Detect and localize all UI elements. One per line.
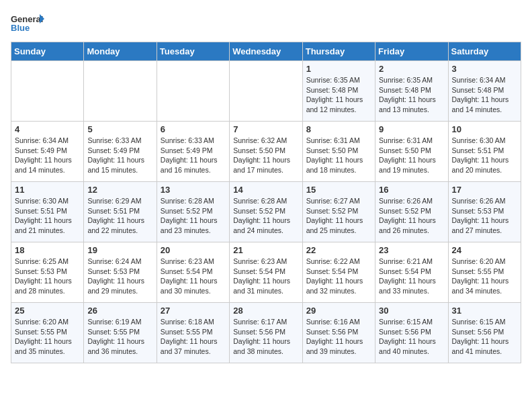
day-number: 17 <box>452 185 517 195</box>
logo-svg: General Blue <box>11 11 44 38</box>
calendar-cell: 24Sunrise: 6:20 AM Sunset: 5:55 PM Dayli… <box>448 242 521 303</box>
day-info: Sunrise: 6:27 AM Sunset: 5:52 PM Dayligh… <box>306 196 371 236</box>
calendar-week-3: 11Sunrise: 6:30 AM Sunset: 5:51 PM Dayli… <box>11 182 521 242</box>
day-info: Sunrise: 6:28 AM Sunset: 5:52 PM Dayligh… <box>233 196 298 236</box>
day-number: 26 <box>87 306 152 316</box>
day-info: Sunrise: 6:25 AM Sunset: 5:53 PM Dayligh… <box>15 257 80 296</box>
calendar-cell: 12Sunrise: 6:29 AM Sunset: 5:51 PM Dayli… <box>84 182 157 242</box>
calendar-header: SundayMondayTuesdayWednesdayThursdayFrid… <box>11 42 521 61</box>
calendar-cell: 13Sunrise: 6:28 AM Sunset: 5:52 PM Dayli… <box>157 182 229 242</box>
calendar-cell: 29Sunrise: 6:16 AM Sunset: 5:56 PM Dayli… <box>302 303 375 363</box>
calendar-cell: 9Sunrise: 6:31 AM Sunset: 5:50 PM Daylig… <box>375 122 448 182</box>
day-info: Sunrise: 6:34 AM Sunset: 5:48 PM Dayligh… <box>452 75 517 115</box>
day-number: 12 <box>87 185 152 195</box>
day-number: 22 <box>306 245 371 255</box>
day-info: Sunrise: 6:34 AM Sunset: 5:49 PM Dayligh… <box>15 136 80 175</box>
day-number: 13 <box>161 185 226 195</box>
day-number: 9 <box>379 124 444 134</box>
day-info: Sunrise: 6:32 AM Sunset: 5:50 PM Dayligh… <box>233 136 298 175</box>
calendar-week-4: 18Sunrise: 6:25 AM Sunset: 5:53 PM Dayli… <box>11 242 521 303</box>
calendar-cell: 11Sunrise: 6:30 AM Sunset: 5:51 PM Dayli… <box>11 182 84 242</box>
calendar-week-1: 1Sunrise: 6:35 AM Sunset: 5:48 PM Daylig… <box>11 61 521 122</box>
calendar-cell: 23Sunrise: 6:21 AM Sunset: 5:54 PM Dayli… <box>375 242 448 303</box>
calendar-cell <box>84 61 157 122</box>
header-row: SundayMondayTuesdayWednesdayThursdayFrid… <box>11 42 521 61</box>
calendar-cell: 15Sunrise: 6:27 AM Sunset: 5:52 PM Dayli… <box>302 182 375 242</box>
calendar-cell: 22Sunrise: 6:22 AM Sunset: 5:54 PM Dayli… <box>302 242 375 303</box>
day-info: Sunrise: 6:23 AM Sunset: 5:54 PM Dayligh… <box>233 257 298 296</box>
day-number: 25 <box>15 306 80 316</box>
day-number: 20 <box>161 245 226 255</box>
day-info: Sunrise: 6:29 AM Sunset: 5:51 PM Dayligh… <box>87 196 152 236</box>
day-info: Sunrise: 6:18 AM Sunset: 5:55 PM Dayligh… <box>161 317 226 357</box>
calendar-cell: 26Sunrise: 6:19 AM Sunset: 5:55 PM Dayli… <box>84 303 157 363</box>
calendar-cell: 2Sunrise: 6:35 AM Sunset: 5:48 PM Daylig… <box>375 61 448 122</box>
day-info: Sunrise: 6:24 AM Sunset: 5:53 PM Dayligh… <box>87 257 152 296</box>
calendar-cell <box>157 61 229 122</box>
header-day-friday: Friday <box>375 42 448 61</box>
calendar-cell: 20Sunrise: 6:23 AM Sunset: 5:54 PM Dayli… <box>157 242 229 303</box>
calendar-cell: 31Sunrise: 6:15 AM Sunset: 5:56 PM Dayli… <box>448 303 521 363</box>
header: General Blue <box>11 11 521 38</box>
day-number: 31 <box>452 306 517 316</box>
header-day-wednesday: Wednesday <box>230 42 302 61</box>
calendar-cell: 6Sunrise: 6:33 AM Sunset: 5:49 PM Daylig… <box>157 122 229 182</box>
calendar-cell: 28Sunrise: 6:17 AM Sunset: 5:56 PM Dayli… <box>230 303 302 363</box>
calendar-week-5: 25Sunrise: 6:20 AM Sunset: 5:55 PM Dayli… <box>11 303 521 363</box>
calendar-cell: 4Sunrise: 6:34 AM Sunset: 5:49 PM Daylig… <box>11 122 84 182</box>
calendar-cell: 27Sunrise: 6:18 AM Sunset: 5:55 PM Dayli… <box>157 303 229 363</box>
day-number: 1 <box>306 64 371 74</box>
day-number: 4 <box>15 124 80 134</box>
day-info: Sunrise: 6:23 AM Sunset: 5:54 PM Dayligh… <box>161 257 226 296</box>
calendar-cell: 18Sunrise: 6:25 AM Sunset: 5:53 PM Dayli… <box>11 242 84 303</box>
header-day-monday: Monday <box>84 42 157 61</box>
day-info: Sunrise: 6:26 AM Sunset: 5:52 PM Dayligh… <box>379 196 444 236</box>
calendar-body: 1Sunrise: 6:35 AM Sunset: 5:48 PM Daylig… <box>11 61 521 363</box>
day-info: Sunrise: 6:28 AM Sunset: 5:52 PM Dayligh… <box>161 196 226 236</box>
day-info: Sunrise: 6:19 AM Sunset: 5:55 PM Dayligh… <box>87 317 152 357</box>
day-info: Sunrise: 6:22 AM Sunset: 5:54 PM Dayligh… <box>306 257 371 296</box>
calendar-cell: 3Sunrise: 6:34 AM Sunset: 5:48 PM Daylig… <box>448 61 521 122</box>
day-info: Sunrise: 6:20 AM Sunset: 5:55 PM Dayligh… <box>452 257 517 296</box>
day-number: 14 <box>233 185 298 195</box>
day-info: Sunrise: 6:35 AM Sunset: 5:48 PM Dayligh… <box>379 75 444 115</box>
calendar-week-2: 4Sunrise: 6:34 AM Sunset: 5:49 PM Daylig… <box>11 122 521 182</box>
day-number: 29 <box>306 306 371 316</box>
calendar-cell: 30Sunrise: 6:15 AM Sunset: 5:56 PM Dayli… <box>375 303 448 363</box>
calendar-cell: 21Sunrise: 6:23 AM Sunset: 5:54 PM Dayli… <box>230 242 302 303</box>
day-number: 16 <box>379 185 444 195</box>
header-day-thursday: Thursday <box>302 42 375 61</box>
day-info: Sunrise: 6:17 AM Sunset: 5:56 PM Dayligh… <box>233 317 298 357</box>
day-number: 21 <box>233 245 298 255</box>
day-info: Sunrise: 6:21 AM Sunset: 5:54 PM Dayligh… <box>379 257 444 296</box>
day-number: 7 <box>233 124 298 134</box>
header-day-sunday: Sunday <box>11 42 84 61</box>
day-info: Sunrise: 6:33 AM Sunset: 5:49 PM Dayligh… <box>161 136 226 175</box>
calendar-cell: 25Sunrise: 6:20 AM Sunset: 5:55 PM Dayli… <box>11 303 84 363</box>
day-number: 3 <box>452 64 517 74</box>
calendar-cell: 16Sunrise: 6:26 AM Sunset: 5:52 PM Dayli… <box>375 182 448 242</box>
calendar-cell: 19Sunrise: 6:24 AM Sunset: 5:53 PM Dayli… <box>84 242 157 303</box>
day-number: 27 <box>161 306 226 316</box>
calendar-cell <box>11 61 84 122</box>
calendar-cell: 5Sunrise: 6:33 AM Sunset: 5:49 PM Daylig… <box>84 122 157 182</box>
day-number: 11 <box>15 185 80 195</box>
header-day-saturday: Saturday <box>448 42 521 61</box>
calendar-cell: 14Sunrise: 6:28 AM Sunset: 5:52 PM Dayli… <box>230 182 302 242</box>
day-number: 6 <box>161 124 226 134</box>
calendar-cell: 1Sunrise: 6:35 AM Sunset: 5:48 PM Daylig… <box>302 61 375 122</box>
day-info: Sunrise: 6:30 AM Sunset: 5:51 PM Dayligh… <box>452 136 517 175</box>
day-info: Sunrise: 6:31 AM Sunset: 5:50 PM Dayligh… <box>379 136 444 175</box>
calendar-cell: 10Sunrise: 6:30 AM Sunset: 5:51 PM Dayli… <box>448 122 521 182</box>
calendar-cell: 7Sunrise: 6:32 AM Sunset: 5:50 PM Daylig… <box>230 122 302 182</box>
calendar-cell: 17Sunrise: 6:26 AM Sunset: 5:53 PM Dayli… <box>448 182 521 242</box>
day-number: 8 <box>306 124 371 134</box>
day-info: Sunrise: 6:20 AM Sunset: 5:55 PM Dayligh… <box>15 317 80 357</box>
svg-text:Blue: Blue <box>11 23 30 33</box>
header-day-tuesday: Tuesday <box>157 42 229 61</box>
day-info: Sunrise: 6:31 AM Sunset: 5:50 PM Dayligh… <box>306 136 371 175</box>
day-number: 19 <box>87 245 152 255</box>
day-info: Sunrise: 6:33 AM Sunset: 5:49 PM Dayligh… <box>87 136 152 175</box>
day-number: 18 <box>15 245 80 255</box>
day-info: Sunrise: 6:35 AM Sunset: 5:48 PM Dayligh… <box>306 75 371 115</box>
